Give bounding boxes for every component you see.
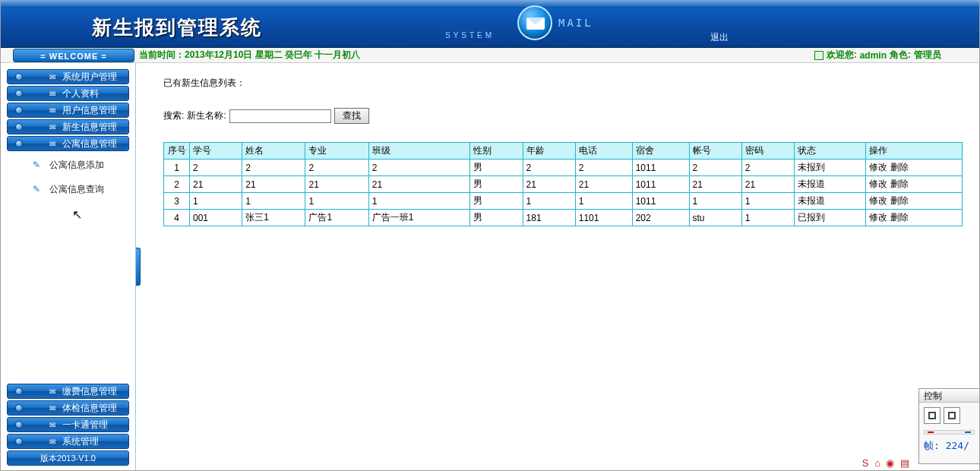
greet-user: admin [860, 50, 887, 61]
control-panel[interactable]: 控制 帧: 224/ [918, 388, 979, 464]
table-cell: 男 [470, 210, 523, 226]
sidebar-item-dorm-info[interactable]: ✉公寓信息管理 [7, 136, 129, 151]
delete-link[interactable]: 删除 [890, 195, 909, 206]
sidebar-sub-label: 公寓信息添加 [49, 159, 104, 172]
table-row: 221212121男212110112121未报道修改 删除 [164, 176, 963, 193]
table-cell: 男 [470, 176, 523, 193]
table-header: 专业 [305, 143, 368, 160]
logout-link[interactable]: 退出 [710, 31, 729, 44]
sidebar-item-student-info[interactable]: ✉新生信息管理 [7, 119, 129, 134]
table-header: 宿舍 [632, 143, 689, 160]
delete-link[interactable]: 删除 [890, 212, 909, 223]
system-label: SYSTEM [445, 31, 495, 40]
sidebar-sub-dorm-query[interactable]: 公寓信息查询 [7, 177, 129, 201]
table-header: 学号 [190, 143, 242, 160]
search-button[interactable]: 查找 [334, 108, 369, 124]
row-index: 3 [164, 193, 190, 210]
table-cell: 202 [632, 210, 689, 226]
table-header: 班级 [368, 143, 470, 160]
table-cell: 1 [523, 193, 575, 210]
sidebar-item-label: 缴费信息管理 [62, 385, 117, 398]
table-cell: 男 [470, 193, 523, 210]
table-cell: 已报到 [794, 210, 865, 226]
sidebar-item-label: 系统用户管理 [62, 71, 117, 84]
table-cell: 男 [470, 160, 523, 176]
envelope-icon: ✉ [49, 404, 55, 413]
envelope-icon: ✉ [49, 73, 55, 81]
main-content: 已有新生信息列表： 搜索: 新生名称: 查找 序号学号姓名专业班级性别年龄电话宿… [142, 63, 979, 470]
mail-widget[interactable]: MAIL [517, 5, 593, 40]
sidebar-item-user-info[interactable]: ✉用户信息管理 [7, 103, 129, 118]
table-cell: 181 [523, 210, 575, 226]
control-btn-2[interactable] [944, 407, 960, 424]
table-cell: 21 [305, 176, 368, 193]
envelope-icon: ✉ [49, 140, 55, 148]
table-cell: 1011 [632, 176, 689, 193]
table-cell: 1 [190, 193, 242, 210]
welcome-badge: = WELCOME = [13, 49, 134, 62]
table-header: 操作 [866, 143, 963, 160]
table-cell-ops: 修改 删除 [866, 176, 963, 193]
pencil-icon [33, 184, 42, 193]
table-cell: 2 [242, 160, 305, 176]
row-index: 1 [164, 160, 190, 176]
sidebar-item-system-users[interactable]: ✉系统用户管理 [7, 69, 129, 84]
table-cell: stu [689, 210, 741, 226]
table-cell: 1 [575, 193, 632, 210]
mail-label: MAIL [558, 17, 593, 29]
sidebar-item-physical[interactable]: ✉体检信息管理 [7, 400, 129, 416]
search-label: 搜索: [163, 109, 184, 122]
version-label: 版本2013-V1.0 [7, 450, 129, 466]
sidebar-item-card[interactable]: ✉一卡通管理 [7, 417, 129, 432]
sidebar-item-label: 系统管理 [62, 435, 99, 448]
app-title: 新生报到管理系统 [92, 14, 262, 41]
control-panel-title: 控制 [919, 389, 979, 403]
sidebar: ✉系统用户管理 ✉个人资料 ✉用户信息管理 ✉新生信息管理 ✉公寓信息管理 公寓… [1, 63, 136, 470]
table-cell: 2 [575, 160, 632, 176]
role-prefix: 角色: [890, 49, 911, 62]
sidebar-item-system[interactable]: ✉系统管理 [7, 434, 129, 449]
edit-link[interactable]: 修改 [869, 212, 887, 223]
table-header: 姓名 [242, 143, 305, 160]
delete-link[interactable]: 删除 [890, 162, 909, 172]
sidebar-sub-label: 公寓信息查询 [49, 183, 104, 196]
table-header: 性别 [470, 143, 523, 160]
table-cell: 1 [741, 193, 794, 210]
table-cell: 2 [689, 160, 741, 176]
greet-prefix: 欢迎您: [827, 49, 857, 62]
role-value: 管理员 [914, 49, 941, 62]
table-cell: 1011 [632, 160, 689, 176]
sidebar-item-profile[interactable]: ✉个人资料 [7, 86, 129, 101]
table-cell: 21 [523, 176, 575, 193]
control-btn-1[interactable] [924, 407, 940, 424]
table-cell: 1 [305, 193, 368, 210]
edit-link[interactable]: 修改 [869, 162, 887, 172]
sidebar-item-payment[interactable]: ✉缴费信息管理 [7, 384, 129, 399]
search-bar: 搜索: 新生名称: 查找 [163, 108, 958, 124]
table-cell: 21 [689, 176, 741, 193]
table-cell-ops: 修改 删除 [866, 160, 963, 176]
table-cell: 1 [741, 210, 794, 226]
table-cell: 张三1 [242, 210, 305, 226]
table-cell: 广告1 [305, 210, 368, 226]
search-input[interactable] [229, 109, 331, 123]
mail-icon [517, 5, 552, 40]
table-cell-ops: 修改 删除 [866, 193, 963, 210]
tray-icons: S ⌂ ◉ ▤ [862, 457, 911, 469]
sidebar-sub-dorm-add[interactable]: 公寓信息添加 [7, 153, 129, 177]
table-cell: 21 [190, 176, 242, 193]
table-cell: 21 [741, 176, 794, 193]
table-cell: 未报到 [794, 160, 865, 176]
table-header: 年龄 [523, 143, 575, 160]
sidebar-collapse-handle[interactable] [136, 63, 142, 470]
table-cell: 1 [368, 193, 470, 210]
edit-link[interactable]: 修改 [869, 195, 887, 206]
fps-label: 帧: [924, 440, 940, 451]
edit-link[interactable]: 修改 [869, 179, 887, 189]
app-header: 新生报到管理系统 SYSTEM MAIL 退出 [1, 1, 979, 48]
envelope-icon: ✉ [49, 90, 55, 98]
delete-link[interactable]: 删除 [890, 179, 909, 189]
table-cell-ops: 修改 删除 [866, 210, 963, 226]
table-header: 序号 [164, 143, 190, 160]
table-header: 帐号 [689, 143, 741, 160]
